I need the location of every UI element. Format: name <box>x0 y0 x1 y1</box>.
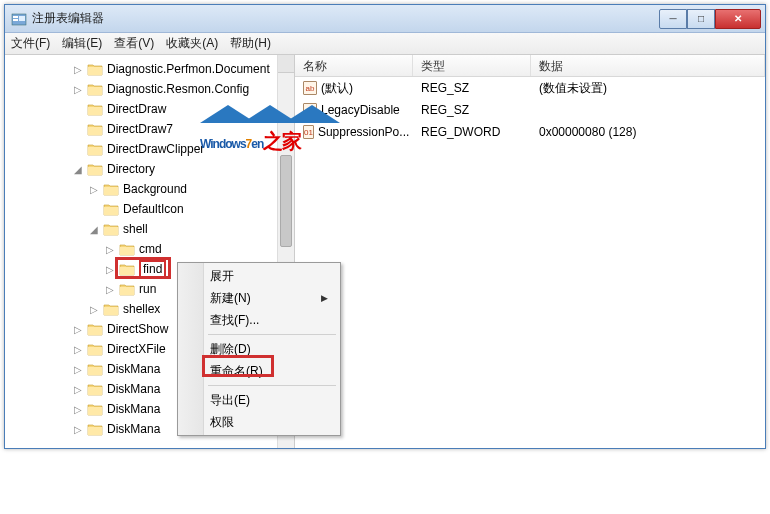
list-row[interactable]: 01SuppressionPo...REG_DWORD0x00000080 (1… <box>295 121 765 143</box>
expander-closed-icon[interactable]: ▷ <box>87 182 101 196</box>
expander-closed-icon[interactable]: ▷ <box>103 282 117 296</box>
reg-binary-icon: 01 <box>303 125 314 139</box>
list-header: 名称 类型 数据 <box>295 55 765 77</box>
separator <box>208 385 336 386</box>
expander-closed-icon[interactable] <box>71 122 85 136</box>
tree-item[interactable]: ▷Background <box>5 179 294 199</box>
folder-icon <box>87 363 103 376</box>
expander-closed-icon[interactable]: ▷ <box>71 62 85 76</box>
expander-closed-icon[interactable]: ▷ <box>103 242 117 256</box>
folder-icon <box>87 383 103 396</box>
folder-icon <box>87 103 103 116</box>
expander-closed-icon[interactable]: ▷ <box>71 422 85 436</box>
tree-item[interactable]: DefaultIcon <box>5 199 294 219</box>
titlebar[interactable]: 注册表编辑器 ─ □ ✕ <box>5 5 765 33</box>
tree-item[interactable]: DirectDraw <box>5 99 294 119</box>
value-type: REG_SZ <box>413 81 531 95</box>
cm-find[interactable]: 查找(F)... <box>180 309 338 331</box>
value-type: REG_DWORD <box>413 125 531 139</box>
value-data: (数值未设置) <box>531 80 765 97</box>
folder-icon <box>103 203 119 216</box>
tree-label: DirectDraw <box>107 102 166 116</box>
tree-label: shellex <box>123 302 160 316</box>
tree-label: DirectShow <box>107 322 168 336</box>
folder-icon <box>87 163 103 176</box>
reg-string-icon: ab <box>303 81 317 95</box>
expander-open-icon[interactable]: ◢ <box>87 222 101 236</box>
cm-rename[interactable]: 重命名(R) <box>180 360 338 382</box>
tree-label: Diagnostic.Resmon.Config <box>107 82 249 96</box>
svg-rect-2 <box>13 19 18 21</box>
folder-icon <box>119 243 135 256</box>
chevron-right-icon: ▶ <box>321 293 328 303</box>
folder-icon <box>103 303 119 316</box>
tree-label: DirectXFile <box>107 342 166 356</box>
tree-item[interactable]: DirectDrawClipper <box>5 139 294 159</box>
reg-string-icon: ab <box>303 103 317 117</box>
expander-closed-icon[interactable]: ▷ <box>71 362 85 376</box>
context-menu: 展开 新建(N)▶ 查找(F)... 删除(D) 重命名(R) 导出(E) 权限 <box>177 262 341 436</box>
menu-file[interactable]: 文件(F) <box>11 35 50 52</box>
expander-closed-icon[interactable]: ▷ <box>71 382 85 396</box>
tree-label: DiskMana <box>107 422 160 436</box>
value-type: REG_SZ <box>413 103 531 117</box>
cm-expand[interactable]: 展开 <box>180 265 338 287</box>
folder-icon <box>119 263 135 276</box>
folder-icon <box>87 123 103 136</box>
menu-favorites[interactable]: 收藏夹(A) <box>166 35 218 52</box>
tree-label: DiskMana <box>107 402 160 416</box>
expander-closed-icon[interactable]: ▷ <box>71 342 85 356</box>
titlebar-buttons: ─ □ ✕ <box>659 9 761 29</box>
tree-item[interactable]: ▷Diagnostic.Perfmon.Document <box>5 59 294 79</box>
menu-edit[interactable]: 编辑(E) <box>62 35 102 52</box>
folder-icon <box>103 223 119 236</box>
svg-rect-1 <box>13 16 18 18</box>
expander-closed-icon[interactable] <box>71 102 85 116</box>
cm-export[interactable]: 导出(E) <box>180 389 338 411</box>
svg-rect-3 <box>19 16 25 21</box>
body: ▷Diagnostic.Perfmon.Document▷Diagnostic.… <box>5 55 765 448</box>
minimize-button[interactable]: ─ <box>659 9 687 29</box>
expander-closed-icon[interactable]: ▷ <box>87 302 101 316</box>
folder-icon <box>87 63 103 76</box>
folder-icon <box>87 423 103 436</box>
menu-help[interactable]: 帮助(H) <box>230 35 271 52</box>
window: 注册表编辑器 ─ □ ✕ 文件(F) 编辑(E) 查看(V) 收藏夹(A) 帮助… <box>4 4 766 449</box>
expander-open-icon[interactable]: ◢ <box>71 162 85 176</box>
value-name: (默认) <box>321 80 353 97</box>
tree-label: DiskMana <box>107 362 160 376</box>
value-name: LegacyDisable <box>321 103 400 117</box>
menu-view[interactable]: 查看(V) <box>114 35 154 52</box>
list-row[interactable]: abLegacyDisableREG_SZ <box>295 99 765 121</box>
expander-closed-icon[interactable]: ▷ <box>71 322 85 336</box>
list-pane[interactable]: 名称 类型 数据 ab(默认)REG_SZ(数值未设置)abLegacyDisa… <box>295 55 765 448</box>
tree-label: shell <box>123 222 148 236</box>
folder-icon <box>87 323 103 336</box>
expander-closed-icon[interactable]: ▷ <box>103 262 117 276</box>
expander-closed-icon[interactable]: ▷ <box>71 82 85 96</box>
tree-item[interactable]: ◢Directory <box>5 159 294 179</box>
tree-label: DirectDraw7 <box>107 122 173 136</box>
tree-item[interactable]: ▷Diagnostic.Resmon.Config <box>5 79 294 99</box>
folder-icon <box>87 83 103 96</box>
tree-item[interactable]: ◢shell <box>5 219 294 239</box>
col-type[interactable]: 类型 <box>413 55 531 76</box>
tree-label: Directory <box>107 162 155 176</box>
col-name[interactable]: 名称 <box>295 55 413 76</box>
tree-item[interactable]: ▷cmd <box>5 239 294 259</box>
close-button[interactable]: ✕ <box>715 9 761 29</box>
tree-label: run <box>139 282 156 296</box>
cm-new[interactable]: 新建(N)▶ <box>180 287 338 309</box>
regedit-icon <box>11 11 27 27</box>
tree-item[interactable]: DirectDraw7 <box>5 119 294 139</box>
list-row[interactable]: ab(默认)REG_SZ(数值未设置) <box>295 77 765 99</box>
tree-label: find <box>139 260 166 278</box>
expander-closed-icon[interactable] <box>71 142 85 156</box>
expander-closed-icon[interactable] <box>87 202 101 216</box>
cm-permissions[interactable]: 权限 <box>180 411 338 433</box>
col-data[interactable]: 数据 <box>531 55 765 76</box>
folder-icon <box>87 143 103 156</box>
cm-delete[interactable]: 删除(D) <box>180 338 338 360</box>
maximize-button[interactable]: □ <box>687 9 715 29</box>
expander-closed-icon[interactable]: ▷ <box>71 402 85 416</box>
